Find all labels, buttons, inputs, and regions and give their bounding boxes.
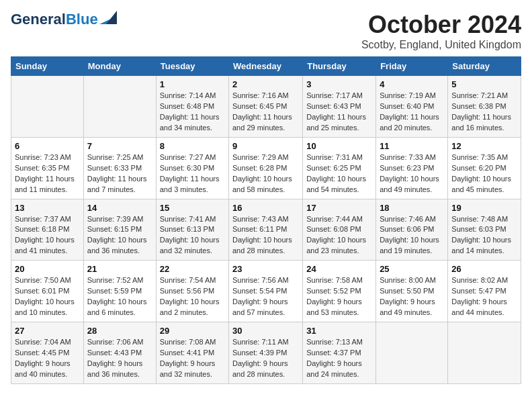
day-info: Sunrise: 7:50 AM Sunset: 6:01 PM Dayligh… — [15, 275, 80, 318]
logo-icon — [99, 11, 117, 24]
calendar-cell: 10Sunrise: 7:31 AM Sunset: 6:25 PM Dayli… — [303, 137, 376, 199]
calendar-cell: 9Sunrise: 7:29 AM Sunset: 6:28 PM Daylig… — [229, 137, 303, 199]
calendar-cell: 11Sunrise: 7:33 AM Sunset: 6:23 PM Dayli… — [376, 137, 448, 199]
day-number: 23 — [232, 264, 299, 274]
calendar-cell: 31Sunrise: 7:13 AM Sunset: 4:37 PM Dayli… — [303, 322, 376, 384]
calendar-cell: 22Sunrise: 7:54 AM Sunset: 5:56 PM Dayli… — [156, 261, 228, 322]
day-info: Sunrise: 7:16 AM Sunset: 6:45 PM Dayligh… — [232, 91, 299, 134]
calendar-cell: 18Sunrise: 7:46 AM Sunset: 6:06 PM Dayli… — [376, 199, 448, 261]
calendar-cell: 20Sunrise: 7:50 AM Sunset: 6:01 PM Dayli… — [11, 261, 84, 322]
day-number: 16 — [232, 203, 299, 213]
day-number: 4 — [380, 79, 444, 89]
week-row-3: 13Sunrise: 7:37 AM Sunset: 6:18 PM Dayli… — [11, 199, 521, 261]
day-info: Sunrise: 7:06 AM Sunset: 4:43 PM Dayligh… — [87, 337, 152, 380]
calendar-cell: 21Sunrise: 7:52 AM Sunset: 5:59 PM Dayli… — [83, 261, 156, 322]
day-info: Sunrise: 7:39 AM Sunset: 6:15 PM Dayligh… — [87, 214, 152, 257]
day-info: Sunrise: 7:25 AM Sunset: 6:33 PM Dayligh… — [87, 152, 152, 195]
day-number: 27 — [15, 326, 80, 336]
day-info: Sunrise: 7:29 AM Sunset: 6:28 PM Dayligh… — [232, 152, 299, 195]
day-number: 25 — [380, 264, 444, 274]
day-number: 18 — [380, 203, 444, 213]
day-number: 11 — [380, 141, 444, 151]
calendar-cell: 16Sunrise: 7:43 AM Sunset: 6:11 PM Dayli… — [229, 199, 303, 261]
calendar-cell: 7Sunrise: 7:25 AM Sunset: 6:33 PM Daylig… — [83, 137, 156, 199]
day-number: 12 — [451, 141, 517, 151]
day-info: Sunrise: 8:00 AM Sunset: 5:50 PM Dayligh… — [380, 275, 444, 318]
day-info: Sunrise: 7:58 AM Sunset: 5:52 PM Dayligh… — [306, 275, 372, 318]
calendar-cell: 5Sunrise: 7:21 AM Sunset: 6:38 PM Daylig… — [448, 76, 521, 138]
calendar-cell: 26Sunrise: 8:02 AM Sunset: 5:47 PM Dayli… — [448, 261, 521, 322]
day-number: 10 — [306, 141, 372, 151]
col-header-thursday: Thursday — [303, 57, 376, 76]
day-info: Sunrise: 7:17 AM Sunset: 6:43 PM Dayligh… — [306, 91, 372, 134]
title-block: October 2024 Scotby, England, United Kin… — [361, 11, 521, 51]
calendar-cell: 6Sunrise: 7:23 AM Sunset: 6:35 PM Daylig… — [11, 137, 84, 199]
day-info: Sunrise: 7:43 AM Sunset: 6:11 PM Dayligh… — [232, 214, 299, 257]
calendar-cell: 30Sunrise: 7:11 AM Sunset: 4:39 PM Dayli… — [229, 322, 303, 384]
month-title: October 2024 — [361, 11, 521, 39]
day-info: Sunrise: 7:27 AM Sunset: 6:30 PM Dayligh… — [160, 152, 225, 195]
day-number: 1 — [160, 79, 225, 89]
calendar-cell: 29Sunrise: 7:08 AM Sunset: 4:41 PM Dayli… — [156, 322, 228, 384]
day-info: Sunrise: 7:31 AM Sunset: 6:25 PM Dayligh… — [306, 152, 372, 195]
day-number: 21 — [87, 264, 152, 274]
day-number: 8 — [160, 141, 225, 151]
week-row-2: 6Sunrise: 7:23 AM Sunset: 6:35 PM Daylig… — [11, 137, 521, 199]
day-number: 3 — [306, 79, 372, 89]
calendar-cell — [11, 76, 84, 138]
day-number: 9 — [232, 141, 299, 151]
calendar-cell: 4Sunrise: 7:19 AM Sunset: 6:40 PM Daylig… — [376, 76, 448, 138]
col-header-saturday: Saturday — [448, 57, 521, 76]
day-number: 22 — [160, 264, 225, 274]
calendar-cell: 2Sunrise: 7:16 AM Sunset: 6:45 PM Daylig… — [229, 76, 303, 138]
logo: GeneralBlue — [11, 11, 117, 28]
week-row-5: 27Sunrise: 7:04 AM Sunset: 4:45 PM Dayli… — [11, 322, 521, 384]
day-info: Sunrise: 8:02 AM Sunset: 5:47 PM Dayligh… — [451, 275, 517, 318]
day-info: Sunrise: 7:54 AM Sunset: 5:56 PM Dayligh… — [160, 275, 225, 318]
col-header-friday: Friday — [376, 57, 448, 76]
day-number: 6 — [15, 141, 80, 151]
day-number: 7 — [87, 141, 152, 151]
calendar-cell: 23Sunrise: 7:56 AM Sunset: 5:54 PM Dayli… — [229, 261, 303, 322]
day-number: 24 — [306, 264, 372, 274]
calendar-cell — [376, 322, 448, 384]
page-header: GeneralBlue October 2024 Scotby, England… — [11, 11, 521, 51]
day-info: Sunrise: 7:04 AM Sunset: 4:45 PM Dayligh… — [15, 337, 80, 380]
header-row: SundayMondayTuesdayWednesdayThursdayFrid… — [11, 57, 521, 76]
day-info: Sunrise: 7:21 AM Sunset: 6:38 PM Dayligh… — [451, 91, 517, 134]
day-info: Sunrise: 7:23 AM Sunset: 6:35 PM Dayligh… — [15, 152, 80, 195]
col-header-wednesday: Wednesday — [229, 57, 303, 76]
day-info: Sunrise: 7:35 AM Sunset: 6:20 PM Dayligh… — [451, 152, 517, 195]
day-number: 30 — [232, 326, 299, 336]
day-info: Sunrise: 7:52 AM Sunset: 5:59 PM Dayligh… — [87, 275, 152, 318]
day-number: 20 — [15, 264, 80, 274]
calendar-cell: 25Sunrise: 8:00 AM Sunset: 5:50 PM Dayli… — [376, 261, 448, 322]
day-info: Sunrise: 7:56 AM Sunset: 5:54 PM Dayligh… — [232, 275, 299, 318]
calendar-cell: 27Sunrise: 7:04 AM Sunset: 4:45 PM Dayli… — [11, 322, 84, 384]
calendar-cell: 15Sunrise: 7:41 AM Sunset: 6:13 PM Dayli… — [156, 199, 228, 261]
day-number: 28 — [87, 326, 152, 336]
calendar-cell: 1Sunrise: 7:14 AM Sunset: 6:48 PM Daylig… — [156, 76, 228, 138]
calendar-cell: 14Sunrise: 7:39 AM Sunset: 6:15 PM Dayli… — [83, 199, 156, 261]
calendar-cell: 8Sunrise: 7:27 AM Sunset: 6:30 PM Daylig… — [156, 137, 228, 199]
day-info: Sunrise: 7:14 AM Sunset: 6:48 PM Dayligh… — [160, 91, 225, 134]
day-number: 26 — [451, 264, 517, 274]
day-info: Sunrise: 7:46 AM Sunset: 6:06 PM Dayligh… — [380, 214, 444, 257]
day-info: Sunrise: 7:11 AM Sunset: 4:39 PM Dayligh… — [232, 337, 299, 380]
day-number: 15 — [160, 203, 225, 213]
calendar-cell: 12Sunrise: 7:35 AM Sunset: 6:20 PM Dayli… — [448, 137, 521, 199]
day-info: Sunrise: 7:19 AM Sunset: 6:40 PM Dayligh… — [380, 91, 444, 134]
week-row-4: 20Sunrise: 7:50 AM Sunset: 6:01 PM Dayli… — [11, 261, 521, 322]
day-info: Sunrise: 7:44 AM Sunset: 6:08 PM Dayligh… — [306, 214, 372, 257]
col-header-tuesday: Tuesday — [156, 57, 228, 76]
week-row-1: 1Sunrise: 7:14 AM Sunset: 6:48 PM Daylig… — [11, 76, 521, 138]
calendar-cell: 28Sunrise: 7:06 AM Sunset: 4:43 PM Dayli… — [83, 322, 156, 384]
day-number: 31 — [306, 326, 372, 336]
day-number: 19 — [451, 203, 517, 213]
day-number: 13 — [15, 203, 80, 213]
logo-text: GeneralBlue — [11, 12, 98, 27]
day-info: Sunrise: 7:08 AM Sunset: 4:41 PM Dayligh… — [160, 337, 225, 380]
col-header-sunday: Sunday — [11, 57, 84, 76]
day-info: Sunrise: 7:37 AM Sunset: 6:18 PM Dayligh… — [15, 214, 80, 257]
day-number: 29 — [160, 326, 225, 336]
